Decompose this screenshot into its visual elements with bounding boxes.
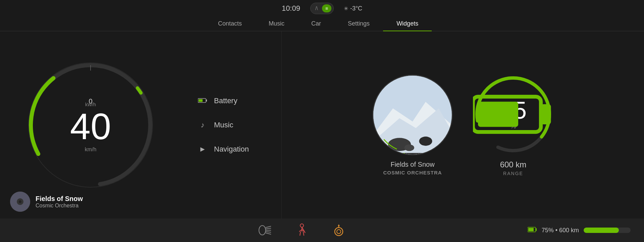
svg-line-35 <box>303 232 304 236</box>
speedometer-section: 0 kW/h 40 km/h Fields of Snow Cosmic Orc… <box>0 31 181 218</box>
battery-widget: 75 % 600 km RANGE <box>473 74 553 176</box>
svg-line-26 <box>266 228 271 229</box>
music-widget-info: Fields of Snow COSMIC ORCHESTRA <box>383 161 442 175</box>
status-battery-fill <box>584 228 619 233</box>
now-playing-bottom: Fields of Snow Cosmic Orchestra <box>10 192 83 212</box>
speedometer-ring: 0 kW/h 40 km/h <box>23 58 158 192</box>
track-artist-bottom: Cosmic Orchestra <box>36 203 83 209</box>
svg-rect-22 <box>541 104 551 124</box>
tire-pressure-icon <box>330 222 347 239</box>
music-album-art-large <box>372 75 453 155</box>
music-progress-fill <box>373 153 405 154</box>
svg-line-29 <box>266 233 271 234</box>
music-menu-icon: ♪ <box>198 121 207 129</box>
svg-point-16 <box>405 144 414 151</box>
svg-point-37 <box>335 228 343 236</box>
tab-widgets[interactable]: Widgets <box>383 17 432 31</box>
speed-unit: km/h <box>70 147 111 153</box>
status-battery-bar <box>584 228 631 233</box>
status-right: 75% • 600 km <box>523 227 631 234</box>
music-menu-label: Music <box>214 121 233 129</box>
widgets-row: Fields of Snow COSMIC ORCHESTRA <box>372 74 553 176</box>
battery-widget-info: 600 km RANGE <box>500 160 527 176</box>
clock: 10:09 <box>282 4 300 13</box>
svg-point-38 <box>337 230 341 234</box>
seatbelt-icon <box>293 222 310 239</box>
sidebar-item-battery[interactable]: Battery <box>191 90 271 111</box>
svg-line-32 <box>299 230 302 232</box>
svg-rect-23 <box>478 102 518 127</box>
speedometer-inner: 0 kW/h 40 km/h <box>70 97 111 153</box>
track-title-bottom: Fields of Snow <box>36 195 83 203</box>
svg-line-25 <box>266 226 271 228</box>
sidebar-item-music[interactable]: ♪ Music <box>191 115 271 135</box>
music-widget: Fields of Snow COSMIC ORCHESTRA <box>372 75 453 175</box>
status-bar: 75% • 600 km <box>0 218 644 242</box>
battery-menu-icon <box>198 96 207 105</box>
headlight-icon <box>257 222 273 239</box>
widget-area: Fields of Snow COSMIC ORCHESTRA <box>282 31 644 218</box>
tab-car[interactable]: Car <box>298 17 334 31</box>
status-battery-icon <box>528 227 537 234</box>
battery-range: 600 km <box>500 160 527 169</box>
album-art-small <box>10 192 30 212</box>
battery-ring: 75 % <box>473 74 553 155</box>
svg-point-7 <box>19 200 21 203</box>
speed-display: 40 <box>70 108 111 145</box>
svg-rect-43 <box>528 228 534 231</box>
music-progress <box>373 153 452 154</box>
battery-menu-label: Battery <box>214 96 237 105</box>
tab-music[interactable]: Music <box>255 17 298 31</box>
weather-display: ✳ -3°C <box>344 5 362 12</box>
music-widget-title: Fields of Snow <box>383 161 442 168</box>
album-art-background <box>373 76 452 154</box>
status-icons <box>80 222 523 239</box>
main-content: 0 kW/h 40 km/h Fields of Snow Cosmic Orc… <box>0 31 644 218</box>
svg-rect-10 <box>199 99 203 102</box>
battery-inner: 75 % <box>500 98 527 130</box>
svg-rect-9 <box>206 99 207 102</box>
road-view-icon[interactable]: /\ <box>313 4 321 12</box>
temperature: -3°C <box>350 5 362 12</box>
sidebar-menu: Battery ♪ Music ► Navigation <box>181 31 282 218</box>
tab-contacts[interactable]: Contacts <box>205 17 255 31</box>
navigation-menu-label: Navigation <box>214 145 249 154</box>
svg-point-15 <box>419 136 432 146</box>
tab-settings[interactable]: Settings <box>334 17 383 31</box>
nav-tabs: Contacts Music Car Settings Widgets <box>0 17 644 31</box>
svg-point-30 <box>300 224 304 227</box>
list-view-icon[interactable]: ≡ <box>322 4 331 12</box>
snowflake-icon: ✳ <box>344 5 348 12</box>
view-toggle[interactable]: /\ ≡ <box>310 3 334 14</box>
svg-point-24 <box>259 226 266 235</box>
svg-line-28 <box>266 232 271 232</box>
sidebar-item-navigation[interactable]: ► Navigation <box>191 139 271 160</box>
music-widget-artist: COSMIC ORCHESTRA <box>383 170 442 175</box>
svg-line-34 <box>300 232 301 236</box>
status-battery-text: 75% • 600 km <box>542 227 579 234</box>
svg-marker-40 <box>338 224 340 226</box>
now-playing-info: Fields of Snow Cosmic Orchestra <box>36 195 83 209</box>
top-bar: 10:09 /\ ≡ ✳ -3°C <box>0 0 644 17</box>
svg-rect-42 <box>536 228 537 231</box>
navigation-menu-icon: ► <box>198 145 207 154</box>
battery-range-label: RANGE <box>500 171 527 176</box>
